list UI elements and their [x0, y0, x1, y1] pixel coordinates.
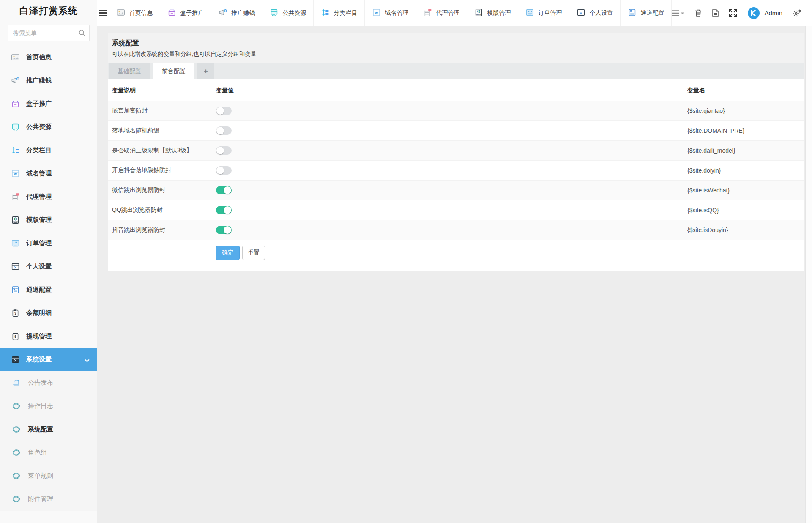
user-menu[interactable]: Admin	[747, 7, 782, 19]
config-tab-strip: 基础配置 前台配置 +	[108, 63, 804, 79]
panel-header: 系统配置 可以在此增改系统的变量和分组,也可以自定义分组和变量	[108, 33, 804, 58]
sidebar-subitem-menu-rule[interactable]: 菜单规则	[0, 464, 97, 487]
top-tab-public-resource[interactable]: 公共资源	[262, 0, 313, 26]
table-row: 微信跳出浏览器防封 {$site.isWechat}	[108, 181, 804, 200]
row-varname: {$site.isQQ}	[683, 200, 804, 220]
dollar-doc-icon: $	[10, 285, 20, 295]
svg-text:$: $	[14, 311, 16, 315]
toggle-switch[interactable]	[216, 186, 232, 194]
config-table: 变量说明 变量值 变量名 嵌套加密防封 {$site.qiantao} 落地域名…	[108, 79, 804, 240]
row-label: QQ跳出浏览器防封	[108, 200, 212, 220]
sidebar-search	[8, 25, 90, 41]
trash-icon[interactable]	[695, 9, 702, 17]
toggle-switch[interactable]	[216, 126, 232, 135]
sidebar-item-domain[interactable]: w域名管理	[0, 162, 97, 185]
top-tab-template[interactable]: HTML模版管理	[467, 0, 518, 26]
tab-basic-config[interactable]: 基础配置	[109, 63, 150, 79]
order-grid-icon	[10, 238, 20, 249]
sort-list-icon	[10, 145, 20, 156]
sidebar-item-template[interactable]: HTML模版管理	[0, 208, 97, 232]
sidebar-item-home[interactable]: 首页信息	[0, 46, 97, 69]
ring-icon	[11, 448, 21, 458]
sidebar-item-withdraw[interactable]: $提现管理	[0, 325, 97, 348]
sidebar-subitem-operation-log[interactable]: 操作日志	[0, 394, 97, 418]
top-tab-home[interactable]: 首页信息	[109, 0, 160, 26]
row-label: 抖音跳出浏览器防封	[108, 220, 212, 240]
scrollbar[interactable]	[805, 26, 812, 523]
svg-text:HTML: HTML	[14, 221, 17, 223]
document-icon[interactable]	[712, 9, 719, 17]
row-label: 嵌套加密防封	[108, 101, 212, 121]
page-title: 系统配置	[112, 39, 800, 48]
row-varname: {$site.isWechat}	[683, 181, 804, 200]
sidebar-item-system-settings[interactable]: 系统设置	[0, 348, 97, 371]
sidebar-item-order[interactable]: 订单管理	[0, 232, 97, 255]
svg-text:$: $	[225, 9, 227, 12]
home-image-icon	[10, 52, 20, 63]
toggle-switch[interactable]	[216, 226, 232, 234]
sidebar-menu: 首页信息 $推广赚钱 盒子推广 公共资源 分类栏目 w域名管理 代理管理 HTM…	[0, 46, 97, 511]
window-x-icon	[577, 8, 585, 18]
sidebar-item-box-promo[interactable]: 盒子推广	[0, 92, 97, 115]
row-varname: {$site.DOMAIN_PRE}	[683, 121, 804, 141]
toggle-switch[interactable]	[216, 206, 232, 214]
domain-window-icon: w	[372, 8, 381, 18]
row-label: 落地域名随机前缀	[108, 121, 212, 141]
box-icon	[167, 8, 176, 18]
domain-window-icon: w	[10, 169, 20, 179]
reset-button[interactable]: 重置	[242, 246, 265, 260]
system-config-panel: 系统配置 可以在此增改系统的变量和分组,也可以自定义分组和变量 基础配置 前台配…	[108, 33, 804, 269]
tab-list-dropdown-button[interactable]	[672, 10, 684, 16]
page-subtitle: 可以在此增改系统的变量和分组,也可以自定义分组和变量	[112, 50, 800, 58]
top-tab-promo-earn[interactable]: $推广赚钱	[211, 0, 262, 26]
topbar-tabs: 首页信息 盒子推广 $推广赚钱 公共资源 分类栏目 w域名管理 代理管理 HTM…	[109, 0, 672, 26]
home-image-icon	[116, 8, 125, 18]
sidebar-item-public-resource[interactable]: 公共资源	[0, 115, 97, 139]
chevron-down-icon	[85, 357, 89, 362]
top-tab-box-promo[interactable]: 盒子推广	[160, 0, 211, 26]
col-header-label: 变量说明	[108, 79, 212, 101]
toggle-switch[interactable]	[216, 146, 232, 155]
add-tab-button[interactable]: +	[197, 63, 214, 79]
rack-flag-icon	[10, 192, 20, 202]
megaphone-icon: $	[219, 8, 227, 18]
ring-icon	[11, 471, 21, 481]
sidebar-subitem-announcement[interactable]: 公告发布	[0, 371, 97, 394]
fullscreen-icon[interactable]	[729, 9, 737, 17]
gear-icon[interactable]	[793, 9, 802, 17]
sidebar-item-category[interactable]: 分类栏目	[0, 139, 97, 162]
username-label: Admin	[764, 9, 782, 16]
top-tab-channel[interactable]: $通道配置	[620, 0, 672, 26]
rack-flag-icon	[423, 8, 432, 18]
tab-frontend-config[interactable]: 前台配置	[153, 63, 194, 79]
svg-text:$: $	[14, 334, 16, 339]
top-tab-domain[interactable]: w域名管理	[364, 0, 416, 26]
sidebar-subitem-system-config[interactable]: 系统配置	[0, 418, 97, 441]
sidebar-subitem-role-group[interactable]: 角色组	[0, 441, 97, 464]
sidebar-item-balance[interactable]: $余额明细	[0, 301, 97, 325]
submit-button[interactable]: 确定	[216, 246, 240, 260]
top-tab-order[interactable]: 订单管理	[518, 0, 569, 26]
top-tab-category[interactable]: 分类栏目	[313, 0, 364, 26]
search-input[interactable]	[8, 25, 90, 41]
sidebar-toggle-button[interactable]	[97, 0, 109, 26]
toggle-switch[interactable]	[216, 166, 232, 175]
sidebar-item-personal[interactable]: 个人设置	[0, 255, 97, 278]
topbar-actions: Admin	[672, 7, 812, 19]
toggle-switch[interactable]	[216, 107, 232, 115]
sidebar-item-promo-earn[interactable]: $推广赚钱	[0, 69, 97, 92]
window-x-icon	[10, 262, 20, 272]
row-varname: {$site.daili_model}	[683, 141, 804, 161]
top-tab-personal[interactable]: 个人设置	[569, 0, 620, 26]
sidebar-item-channel[interactable]: $通道配置	[0, 278, 97, 301]
clipboard-dollar-icon: $	[10, 308, 20, 318]
row-label: 是否取消三级限制【默认3级】	[108, 141, 212, 161]
ring-icon	[11, 424, 21, 435]
sidebar: 白泽打赏系统 首页信息 $推广赚钱 盒子推广 公共资源 分类栏目 w域名管理 代…	[0, 0, 97, 523]
app-title: 白泽打赏系统	[0, 0, 97, 22]
sidebar-item-agent[interactable]: 代理管理	[0, 185, 97, 208]
top-tab-agent[interactable]: 代理管理	[416, 0, 467, 26]
sidebar-subitem-attachment[interactable]: 附件管理	[0, 487, 97, 511]
avatar	[747, 7, 760, 19]
ring-icon	[11, 401, 21, 411]
